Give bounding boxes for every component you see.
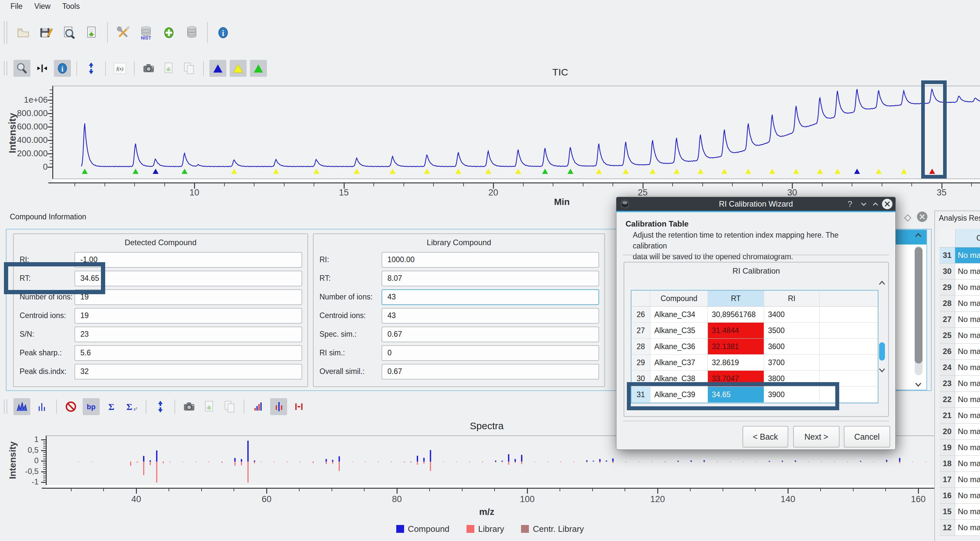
sticks-button[interactable] xyxy=(33,398,51,415)
analysis-row-27[interactable]: 27No match xyxy=(940,311,980,327)
peak-marker-yellow[interactable] xyxy=(835,169,840,174)
calibration-row-alkane_c35[interactable]: 27Alkane_C3531.48443500 xyxy=(632,322,878,339)
detected-rt-field[interactable]: 34.65 xyxy=(75,271,302,286)
analysis-row-25[interactable]: 25No match xyxy=(940,327,980,343)
nist-db-button[interactable]: NIST xyxy=(136,22,156,43)
peak-marker-yellow[interactable] xyxy=(674,169,679,174)
rt-cell[interactable]: 30,89561768 xyxy=(708,306,764,322)
tri-blue-button[interactable] xyxy=(209,60,226,77)
bars-a-button[interactable] xyxy=(250,398,267,415)
peak-marker-blue[interactable] xyxy=(153,169,158,174)
analysis-row-16[interactable]: 16No match xyxy=(940,488,980,504)
peak-marker-green[interactable] xyxy=(82,169,88,174)
peak-marker-green[interactable] xyxy=(542,169,548,174)
detected-ri-field[interactable]: -1.00 xyxy=(75,252,302,268)
tools-button[interactable] xyxy=(113,22,133,43)
analysis-row-15[interactable]: 15No match xyxy=(940,504,980,520)
peak-marker-yellow[interactable] xyxy=(455,169,461,174)
arrows-v-button[interactable] xyxy=(152,398,169,415)
peak-marker-yellow[interactable] xyxy=(722,169,727,174)
library-overall-simil-field[interactable]: 0.67 xyxy=(382,364,599,380)
analysis-row-20[interactable]: 20No match xyxy=(940,424,980,440)
peak-marker-yellow[interactable] xyxy=(745,169,751,174)
scroll-down-icon[interactable] xyxy=(915,382,922,388)
close-panel-icon[interactable] xyxy=(916,211,928,222)
calibration-table-scrollbar[interactable] xyxy=(877,280,887,371)
analysis-row-12[interactable]: 12No match xyxy=(940,520,980,536)
compound-cell[interactable]: Alkane_C37 xyxy=(651,355,708,370)
peak-marker-yellow[interactable] xyxy=(817,169,823,174)
peak-marker-yellow[interactable] xyxy=(485,169,491,174)
camera-button[interactable] xyxy=(181,398,197,415)
analysis-row-29[interactable]: 29No match xyxy=(940,279,980,295)
analysis-row-19[interactable]: 19No match xyxy=(940,440,980,456)
rt-cell[interactable]: 32.8619 xyxy=(708,355,764,370)
analysis-row-24[interactable]: 24No match xyxy=(940,359,980,376)
copy-button[interactable] xyxy=(221,398,238,415)
peak-marker-yellow[interactable] xyxy=(901,169,907,174)
export-button[interactable] xyxy=(201,398,218,415)
peak-marker-yellow[interactable] xyxy=(623,169,629,174)
scrollbar-thumb[interactable] xyxy=(915,247,923,364)
compound-cell[interactable]: Alkane_C36 xyxy=(651,339,708,354)
tri-yellow-button[interactable] xyxy=(230,60,247,77)
library-ri-sim-field[interactable]: 0 xyxy=(382,345,599,361)
peak-marker-yellow[interactable] xyxy=(313,169,320,174)
db-add-button[interactable] xyxy=(159,22,179,43)
column-header-rt[interactable]: RT xyxy=(708,290,764,306)
export-button[interactable] xyxy=(161,60,177,77)
analysis-row-31[interactable]: 31No match xyxy=(940,247,980,263)
sigma-x-button[interactable]: Σx² xyxy=(123,398,140,415)
peak-marker-yellow[interactable] xyxy=(697,169,703,174)
column-header-compound[interactable]: Compound xyxy=(651,290,708,306)
back-button[interactable]: < Back xyxy=(743,426,788,447)
move-button[interactable] xyxy=(33,60,51,77)
menu-tools[interactable]: Tools xyxy=(57,0,86,13)
ban-button[interactable] xyxy=(62,398,80,415)
toolbar-drag-handle[interactable] xyxy=(4,399,7,414)
library-number-of-ions-field[interactable]: 43 xyxy=(382,289,599,305)
peak-marker-yellow[interactable] xyxy=(793,169,799,174)
detach-view-icon[interactable]: ◇ xyxy=(904,212,912,223)
peak-marker-green[interactable] xyxy=(133,169,138,174)
rt-cell[interactable]: 31.4844 xyxy=(708,322,764,338)
tic-plot-area[interactable] xyxy=(52,86,980,179)
toolbar-drag-handle[interactable] xyxy=(4,21,7,44)
peak-marker-green[interactable] xyxy=(181,169,188,174)
calibration-row-alkane_c37[interactable]: 29Alkane_C3732.86193700 xyxy=(632,355,878,371)
peak-marker-yellow[interactable] xyxy=(876,169,882,174)
detected-number-of-ions-field[interactable]: 19 xyxy=(75,289,302,305)
database-button[interactable] xyxy=(182,22,202,43)
menu-file[interactable]: File xyxy=(5,0,29,13)
column-header-ri[interactable]: RI xyxy=(764,290,819,306)
menu-view[interactable]: View xyxy=(29,0,56,13)
peak-marker-green[interactable] xyxy=(568,169,573,174)
chevron-down-icon[interactable] xyxy=(859,200,868,208)
calibration-row-alkane_c34[interactable]: 26Alkane_C3430,895617683400 xyxy=(632,306,878,322)
peak-marker-yellow[interactable] xyxy=(650,169,655,174)
analysis-row-30[interactable]: 30No match xyxy=(940,263,980,279)
info2-button[interactable]: i xyxy=(54,60,71,77)
analysis-row-28[interactable]: 28No match xyxy=(940,295,980,311)
analysis-row-18[interactable]: 18No match xyxy=(940,456,980,472)
tri-green-button[interactable] xyxy=(250,60,267,77)
toolbar-drag-handle[interactable] xyxy=(4,61,7,75)
sigma-button[interactable]: Σ xyxy=(103,398,120,415)
detected-centroid-ions-field[interactable]: 19 xyxy=(75,308,302,324)
library-ri-field[interactable]: 1000.00 xyxy=(382,252,599,268)
library-spec-sim-field[interactable]: 0.67 xyxy=(382,327,599,342)
copy-button[interactable] xyxy=(181,60,197,77)
bars-b-button[interactable] xyxy=(270,398,287,415)
analysis-row-21[interactable]: 21No match xyxy=(940,408,980,424)
detected-peak-dis-indx-field[interactable]: 32 xyxy=(75,364,302,380)
scroll-up-icon[interactable] xyxy=(878,280,886,286)
detected-peak-sharp-field[interactable]: 5.6 xyxy=(75,345,302,361)
ri-cell[interactable]: 3600 xyxy=(764,339,819,354)
analysis-row-17[interactable]: 17No match xyxy=(940,472,980,488)
detected-s-n-field[interactable]: 23 xyxy=(75,327,302,342)
next-button[interactable]: Next > xyxy=(793,426,840,447)
peak-marker-yellow[interactable] xyxy=(354,169,360,174)
info-button[interactable]: i xyxy=(213,22,233,43)
peak-marker-yellow[interactable] xyxy=(424,169,430,174)
arrows-v-button[interactable] xyxy=(83,60,100,77)
